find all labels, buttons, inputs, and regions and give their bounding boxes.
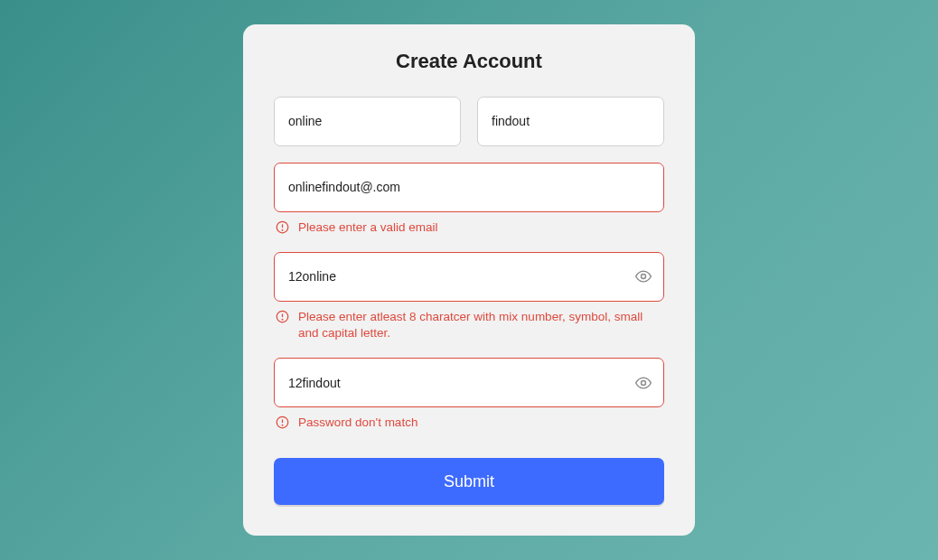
- email-input[interactable]: [274, 163, 664, 212]
- last-name-input[interactable]: [477, 97, 664, 146]
- submit-button[interactable]: Submit: [274, 458, 664, 505]
- svg-point-7: [642, 380, 646, 385]
- password-wrap: [274, 252, 664, 302]
- confirm-password-input[interactable]: [274, 358, 664, 407]
- confirm-password-visibility-toggle[interactable]: [633, 373, 653, 393]
- eye-icon: [634, 267, 652, 285]
- password-error: Please enter atleast 8 charatcer with mi…: [274, 309, 664, 341]
- svg-point-2: [282, 229, 283, 230]
- confirm-password-error: Password don't match: [274, 415, 664, 431]
- email-error-text: Please enter a valid email: [298, 219, 438, 236]
- confirm-password-error-text: Password don't match: [298, 415, 417, 431]
- last-name-wrap: [477, 97, 664, 146]
- password-error-text: Please enter atleast 8 charatcer with mi…: [298, 309, 662, 341]
- first-name-input[interactable]: [274, 97, 461, 146]
- signup-card: Create Account Please enter a valid emai…: [243, 24, 695, 537]
- alert-icon: [276, 415, 289, 429]
- alert-icon: [276, 310, 289, 323]
- first-name-wrap: [274, 97, 461, 146]
- eye-icon: [634, 374, 652, 392]
- password-group: Please enter atleast 8 charatcer with mi…: [274, 252, 664, 341]
- confirm-password-wrap: [274, 358, 664, 407]
- alert-icon: [276, 220, 289, 234]
- email-error: Please enter a valid email: [274, 219, 664, 236]
- password-input[interactable]: [274, 252, 664, 302]
- svg-point-10: [282, 425, 283, 425]
- page-title: Create Account: [274, 50, 664, 73]
- confirm-password-group: Password don't match: [274, 358, 664, 431]
- svg-point-6: [282, 319, 283, 320]
- name-row: [274, 97, 664, 146]
- email-wrap: [274, 163, 664, 212]
- email-group: Please enter a valid email: [274, 163, 664, 236]
- password-visibility-toggle[interactable]: [633, 266, 653, 286]
- svg-point-3: [642, 275, 646, 279]
